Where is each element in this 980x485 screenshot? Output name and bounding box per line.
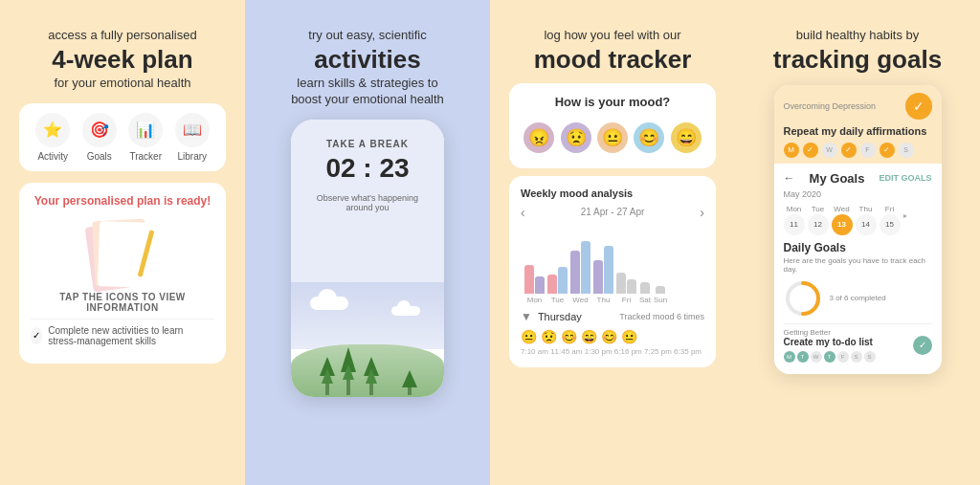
goal-name: Create my to-do list (784, 337, 876, 347)
cal-day-14[interactable]: 14 (856, 214, 877, 235)
nav-item-library[interactable]: 📖 Library (175, 113, 210, 162)
habit-day-su: S (899, 143, 914, 158)
complete-text: Complete new activities to learn stress-… (48, 325, 214, 346)
chart-date: 21 Apr - 27 Apr (581, 207, 645, 217)
panel-4-title-large: tracking goals (773, 46, 942, 74)
bar-group-tue (547, 267, 568, 294)
bar-group-wed (570, 241, 590, 294)
goal-days-mini: M T W T F S S (784, 351, 876, 363)
goals-icon: 🎯 (82, 113, 117, 147)
back-arrow[interactable]: ← (784, 171, 795, 185)
my-goals-title: My Goals (810, 171, 865, 186)
cal-day-15[interactable]: 15 (880, 214, 901, 235)
panel-3-title-small: log how you feel with our (544, 27, 680, 44)
tree-1 (320, 357, 335, 395)
timeline-times: 7:10 am 11:45 am 1:30 pm 6:16 pm 7:25 pm… (521, 347, 704, 356)
cal-day-13[interactable]: 13 (832, 214, 853, 235)
observe-text: Observe what's happening around you (302, 193, 433, 212)
panel-1-title-sub: for your emotional health (54, 76, 190, 92)
plan-card-footer-bold: TAP THE ICONS TO VIEW INFORMATION (31, 292, 214, 313)
donut-label: 3 of 6 completed (830, 294, 886, 302)
mood-neutral[interactable]: 😐 (597, 122, 628, 153)
mood-emoji-row: 😠 😟 😐 😊 😄 (521, 119, 704, 157)
chart-label-tue: Tue (551, 296, 565, 304)
library-icon: 📖 (175, 113, 210, 147)
nav-item-tracker[interactable]: 📊 Tracker (128, 113, 163, 162)
cal-day-12[interactable]: 12 (808, 214, 829, 235)
bar-thu-blue (604, 246, 613, 294)
bar-tue-pink (547, 275, 557, 294)
cal-day-11[interactable]: 11 (784, 214, 805, 235)
gmini-s: S (851, 351, 862, 363)
paper-stack (89, 220, 156, 287)
tree-mid-1 (322, 368, 333, 384)
goals-month: May 2020 (784, 189, 932, 199)
activities-phone-mockup: TAKE A BREAK 02 : 23 Observe what's happ… (291, 120, 444, 397)
bar-sun-gray (656, 286, 665, 294)
bar-sat-gray (640, 282, 650, 294)
phone-screen: TAKE A BREAK 02 : 23 Observe what's happ… (291, 120, 444, 282)
tree-mid-2 (343, 364, 354, 380)
daily-goals-title: Daily Goals (784, 241, 932, 254)
panel-2-title-small: try out easy, scientific (308, 27, 426, 44)
day-prev-arrow[interactable]: ▼ (521, 310, 532, 323)
cal-more: ▸ (903, 206, 907, 227)
nav-label-library: Library (177, 151, 207, 162)
habit-check-button[interactable]: ✓ (905, 93, 932, 120)
nav-label-goals: Goals (87, 151, 112, 162)
timeline-emoji-2: 😟 (541, 329, 557, 344)
chart-prev-arrow[interactable]: ‹ (521, 205, 525, 220)
mood-angry[interactable]: 😠 (523, 122, 554, 153)
goal-check-button[interactable]: ✓ (913, 336, 932, 355)
panel-4: build healthy habits by tracking goals O… (735, 0, 980, 485)
sky (291, 282, 444, 349)
my-goals-header: ← My Goals EDIT GOALS (784, 171, 932, 186)
bar-mon-purple (535, 276, 545, 294)
chart-col-wed: Wed (570, 241, 590, 304)
chart-label-mon: Mon (527, 296, 543, 304)
edit-goals-button[interactable]: EDIT GOALS (879, 173, 931, 183)
panel-1-title-small: access a fully personalised (48, 27, 196, 44)
mood-happy[interactable]: 😊 (634, 122, 664, 153)
cal-day-label-tue: Tue (812, 205, 825, 213)
cloud-1 (310, 297, 348, 310)
panel-3: log how you feel with our mood tracker H… (490, 0, 735, 485)
tree-trunk-3 (369, 384, 373, 395)
timeline-emoji-1: 😐 (521, 329, 537, 344)
mood-joy[interactable]: 😄 (671, 122, 702, 153)
nav-item-goals[interactable]: 🎯 Goals (82, 113, 117, 162)
gmini-th: T (824, 351, 835, 363)
gmini-w: W (811, 351, 822, 363)
chart-next-arrow[interactable]: › (700, 205, 704, 220)
activity-icon: ⭐ (35, 113, 70, 147)
cal-day-label-mon: Mon (787, 205, 802, 213)
mood-sad[interactable]: 😟 (561, 122, 591, 153)
gmini-m: M (784, 351, 795, 363)
chart-col-fri: Fri (616, 273, 636, 304)
nav-icons-bar: ⭐ Activity 🎯 Goals 📊 Tracker 📖 Library (19, 103, 226, 171)
emotion-timeline: 😐 😟 😊 😄 😊 😐 (521, 329, 704, 344)
gmini-su: S (864, 351, 876, 363)
chart-col-sat: Sat (639, 282, 651, 304)
chart-col-sun: Sun (654, 286, 667, 304)
goal-cat: Getting Better (784, 328, 876, 337)
mood-card: How is your mood? 😠 😟 😐 😊 😄 (509, 83, 716, 168)
bar-group-fri (616, 273, 636, 294)
my-goals-section: ← My Goals EDIT GOALS May 2020 Mon 11 Tu… (774, 164, 942, 374)
nav-item-activity[interactable]: ⭐ Activity (35, 113, 70, 162)
timeline-emoji-3: 😊 (561, 329, 577, 344)
progress-donut (784, 279, 822, 318)
chart-card: Weekly mood analysis ‹ 21 Apr - 27 Apr ›… (509, 176, 716, 367)
chart-label-sat: Sat (639, 296, 651, 304)
bar-group-mon (524, 265, 545, 294)
habit-days-row: M ✓ W ✓ F ✓ S (784, 143, 932, 158)
bar-fri-gray (616, 273, 626, 294)
bar-group-sat (640, 282, 650, 294)
chart-title: Weekly mood analysis (521, 187, 704, 199)
chart-col-tue: Tue (547, 267, 568, 304)
habit-day-m: M (784, 143, 799, 158)
calendar-row: Mon 11 Tue 12 Wed 13 Thu 14 Fri 15 (784, 205, 932, 235)
tree-4 (402, 370, 417, 395)
bar-thu-purple (593, 260, 603, 294)
chart-label-thu: Thu (597, 296, 611, 304)
